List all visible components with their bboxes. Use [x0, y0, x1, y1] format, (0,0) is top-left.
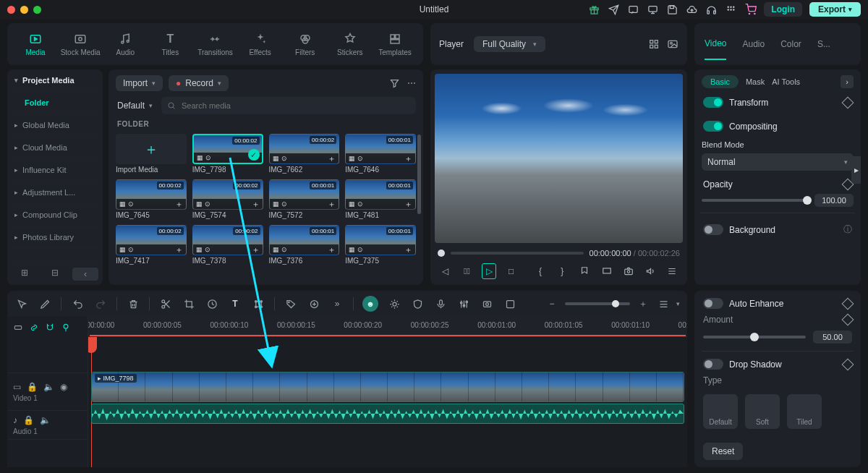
sidebar-item-compound-clip[interactable]: ▸Compound Clip: [7, 204, 103, 226]
add-to-timeline-icon[interactable]: ＋: [328, 199, 336, 210]
tab-templates[interactable]: Templates: [374, 27, 416, 61]
add-to-timeline-icon[interactable]: ＋: [404, 199, 412, 210]
marker-icon[interactable]: [577, 263, 592, 279]
sidebar-project-media[interactable]: ▾Project Media: [7, 69, 103, 92]
volume-icon[interactable]: [642, 263, 658, 279]
tab-audio[interactable]: Audio: [742, 39, 765, 49]
zoom-out-icon[interactable]: −: [545, 297, 559, 311]
gift-icon[interactable]: [588, 4, 600, 16]
more-icon[interactable]: ⋯: [407, 78, 416, 89]
cloud-upload-icon[interactable]: [686, 4, 698, 16]
add-to-timeline-icon[interactable]: ＋: [252, 244, 260, 255]
mark-out-icon[interactable]: }: [555, 263, 569, 279]
chat-icon[interactable]: [627, 4, 639, 16]
keyframe-icon[interactable]: [842, 358, 854, 370]
chevron-down-icon[interactable]: ▾: [676, 300, 680, 307]
add-to-timeline-icon[interactable]: ＋: [175, 199, 183, 210]
mute-icon[interactable]: 🔈: [43, 382, 54, 392]
keyframe-icon[interactable]: [842, 96, 854, 108]
fullscreen-window-icon[interactable]: [33, 6, 41, 14]
close-window-icon[interactable]: [7, 6, 15, 14]
split-icon[interactable]: [158, 297, 173, 311]
timeline-canvas[interactable]: 00:00:00:0000:00:00:0500:00:00:1000:00:0…: [88, 317, 687, 467]
new-folder-icon[interactable]: ⊞: [12, 268, 38, 281]
record-tl-icon[interactable]: [480, 297, 494, 311]
play-backward-button[interactable]: ▷⃓: [459, 263, 474, 279]
prev-frame-button[interactable]: ◁: [438, 263, 452, 279]
export-button[interactable]: Export ▾: [809, 2, 861, 17]
add-to-timeline-icon[interactable]: ＋: [404, 244, 412, 255]
lock-icon[interactable]: 🔒: [23, 415, 34, 425]
tab-media[interactable]: Media: [14, 27, 56, 61]
preview-viewport[interactable]: [435, 74, 683, 243]
new-bin-icon[interactable]: ⊟: [42, 268, 68, 281]
add-to-timeline-icon[interactable]: ＋: [328, 153, 336, 164]
collapse-sidebar-icon[interactable]: ‹: [72, 268, 98, 281]
zoom-fit-icon[interactable]: [656, 297, 671, 311]
opacity-value[interactable]: 100.00: [814, 194, 854, 207]
mixer-icon[interactable]: [456, 297, 471, 311]
subtab-mask[interactable]: Mask: [746, 77, 765, 86]
sidebar-item-photos-library[interactable]: ▸Photos Library: [7, 226, 103, 249]
media-clip[interactable]: 00:00:01▦⊙＋IMG_7376: [269, 225, 340, 265]
tab-filters[interactable]: Filters: [284, 27, 326, 61]
add-to-timeline-icon[interactable]: ＋: [252, 199, 260, 210]
media-clip[interactable]: 00:00:01▦⊙＋IMG_7481: [345, 179, 416, 219]
track-header-video[interactable]: ▭ 🔒 🔈 ◉ Video 1: [7, 373, 88, 411]
media-clip[interactable]: 00:00:01▦⊙＋IMG_7375: [345, 225, 416, 265]
media-clip[interactable]: 00:00:02▦⊙＋✓IMG_7798: [192, 134, 263, 174]
zoom-in-icon[interactable]: ＋: [636, 297, 650, 311]
import-dropdown[interactable]: Import▾: [116, 75, 163, 91]
settings-icon[interactable]: [664, 263, 680, 279]
audio-clip[interactable]: [91, 404, 684, 424]
edit-tool-icon[interactable]: [38, 297, 52, 311]
filter-icon[interactable]: [389, 78, 400, 89]
amount-slider[interactable]: [703, 336, 806, 338]
cart-icon[interactable]: [744, 4, 757, 16]
media-clip[interactable]: 00:00:01▦⊙＋IMG_7572: [269, 179, 340, 219]
sidebar-item-cloud-media[interactable]: ▸Cloud Media: [7, 137, 103, 159]
media-clip[interactable]: 00:00:01▦⊙＋IMG_7646: [345, 134, 416, 174]
import-media-tile[interactable]: ＋ Import Media: [116, 134, 187, 174]
render-icon[interactable]: [503, 297, 517, 311]
slider-knob[interactable]: [750, 333, 759, 341]
tab-effects[interactable]: Effects: [239, 27, 281, 61]
transform-toggle[interactable]: [703, 97, 723, 108]
fullscreen-icon[interactable]: [599, 263, 615, 279]
record-dropdown[interactable]: ●Record▾: [169, 75, 229, 91]
compositing-toggle[interactable]: [703, 121, 723, 132]
login-button[interactable]: Login: [764, 2, 802, 17]
scrub-bar[interactable]: [451, 252, 584, 255]
sidebar-folder[interactable]: Folder: [7, 92, 103, 114]
mark-in-icon[interactable]: {: [533, 263, 548, 279]
visibility-icon[interactable]: ◉: [60, 382, 67, 392]
crop-icon[interactable]: [182, 297, 196, 311]
shadow-tile-soft[interactable]: Soft: [745, 394, 780, 429]
minimize-window-icon[interactable]: [20, 6, 28, 14]
shadow-tile-default[interactable]: Default: [703, 394, 738, 429]
speed-icon[interactable]: [205, 297, 219, 311]
play-button[interactable]: ▷: [482, 263, 497, 279]
transform-tool-icon[interactable]: [251, 297, 265, 311]
add-to-timeline-icon[interactable]: ＋: [175, 244, 183, 255]
scrub-handle[interactable]: [438, 250, 445, 257]
stop-button[interactable]: □: [503, 263, 518, 279]
more-subtabs-icon[interactable]: ›: [841, 75, 854, 88]
link-icon[interactable]: [29, 323, 39, 333]
image-icon[interactable]: [667, 38, 678, 50]
video-clip[interactable]: ▸ IMG_7798: [91, 372, 684, 402]
send-icon[interactable]: [608, 4, 620, 16]
apps-icon[interactable]: [725, 4, 737, 16]
zoom-slider[interactable]: [565, 302, 630, 305]
timeline-ruler[interactable]: 00:00:00:0000:00:00:0500:00:00:1000:00:0…: [88, 317, 687, 337]
magnet-icon[interactable]: [45, 323, 55, 333]
enhance-icon[interactable]: [387, 297, 401, 311]
amount-value[interactable]: 50.00: [813, 331, 852, 344]
delete-icon[interactable]: [126, 297, 140, 311]
help-icon[interactable]: ⓘ: [843, 223, 852, 236]
add-to-timeline-icon[interactable]: ＋: [328, 244, 336, 255]
snap-icon[interactable]: [13, 323, 23, 333]
subtab-basic[interactable]: Basic: [702, 75, 739, 88]
tab-stock-media[interactable]: Stock Media: [59, 27, 101, 61]
media-clip[interactable]: 00:00:02▦⊙＋IMG_7645: [116, 179, 187, 219]
